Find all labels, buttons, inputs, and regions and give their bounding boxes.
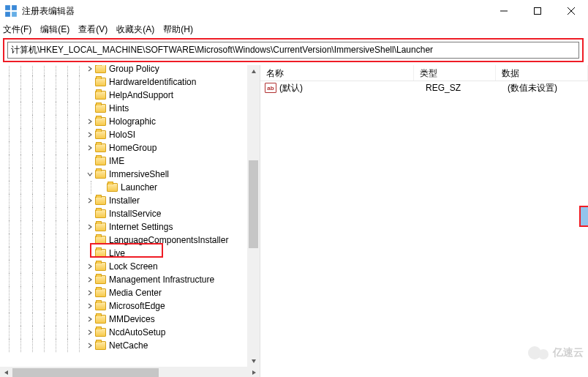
chevron-right-icon[interactable]: [85, 277, 95, 283]
tree-node[interactable]: NetCache: [3, 339, 260, 352]
tree-node-label: HelpAndSupport: [109, 90, 173, 100]
tree-node-label: Management Infrastructure: [109, 275, 214, 285]
tree-node[interactable]: MicrosoftEdge: [3, 299, 260, 313]
tree-node-label: NcdAutoSetup: [109, 327, 165, 337]
chevron-right-icon[interactable]: [85, 119, 95, 124]
tree-scrollbar-horizontal[interactable]: [0, 367, 260, 377]
tree-node[interactable]: Lock Screen: [3, 260, 260, 273]
tree-node[interactable]: Installer: [3, 194, 260, 207]
folder-icon: [95, 236, 106, 245]
tree-pane: Group PolicyHardwareIdentificationHelpAn…: [0, 65, 260, 377]
tree-node[interactable]: HardwareIdentification: [3, 75, 260, 89]
folder-icon: [95, 341, 106, 350]
value-data: (数值未设置): [508, 82, 588, 94]
value-name: (默认): [279, 82, 426, 94]
col-name[interactable]: 名称: [260, 65, 414, 81]
tree-node[interactable]: InstallService: [3, 207, 260, 220]
tree-node[interactable]: ImmersiveShell: [3, 168, 260, 181]
folder-icon: [95, 157, 106, 165]
menu-view[interactable]: 查看(V): [78, 23, 108, 36]
svg-rect-3: [12, 12, 17, 17]
tree-node[interactable]: Holographic: [3, 115, 260, 128]
tree-node[interactable]: Media Center: [3, 286, 260, 299]
folder-icon: [95, 143, 106, 152]
tree-node-label: Installer: [109, 195, 140, 206]
value-row[interactable]: ab (默认) REG_SZ (数值未设置): [260, 81, 588, 94]
context-new[interactable]: 新建(N): [581, 207, 588, 225]
minimize-button[interactable]: [487, 0, 521, 22]
folder-icon: [95, 170, 106, 179]
chevron-right-icon[interactable]: [85, 303, 95, 309]
folder-icon: [95, 91, 106, 100]
tree-node-label: Holographic: [109, 116, 156, 127]
chevron-right-icon[interactable]: [85, 132, 95, 138]
svg-rect-0: [5, 5, 10, 10]
address-bar[interactable]: 计算机\HKEY_LOCAL_MACHINE\SOFTWARE\Microsof…: [7, 42, 579, 59]
chevron-down-icon[interactable]: [85, 171, 95, 177]
hscroll-thumb[interactable]: [12, 368, 159, 377]
tree-node[interactable]: Hints: [3, 102, 260, 115]
chevron-right-icon[interactable]: [85, 145, 95, 151]
chevron-right-icon[interactable]: [85, 224, 95, 230]
scroll-left-icon[interactable]: [0, 367, 12, 377]
tree-node[interactable]: Management Infrastructure: [3, 273, 260, 286]
tree-node-label: HoloSI: [109, 130, 135, 140]
folder-icon: [95, 104, 106, 113]
folder-icon: [95, 196, 106, 205]
tree-node[interactable]: Launcher: [3, 181, 260, 194]
tree-node[interactable]: MMDevices: [3, 313, 260, 326]
folder-icon: [95, 288, 106, 297]
scroll-up-icon[interactable]: [247, 65, 260, 78]
titlebar: 注册表编辑器: [0, 0, 588, 22]
scroll-down-icon[interactable]: [247, 354, 260, 367]
tree-node-label: Group Policy: [109, 65, 159, 74]
folder-icon: [95, 262, 106, 271]
menu-edit[interactable]: 编辑(E): [40, 23, 69, 36]
chevron-right-icon[interactable]: [85, 343, 95, 348]
panes: Group PolicyHardwareIdentificationHelpAn…: [0, 65, 588, 377]
svg-marker-8: [252, 70, 256, 73]
scroll-thumb[interactable]: [249, 160, 258, 248]
tree-node[interactable]: HomeGroup: [3, 141, 260, 154]
tree-node-label: IME: [109, 156, 124, 166]
tree-node[interactable]: HelpAndSupport: [3, 89, 260, 102]
col-data[interactable]: 数据: [496, 65, 588, 81]
menu-help[interactable]: 帮助(H): [163, 23, 193, 36]
chevron-right-icon[interactable]: [85, 264, 95, 269]
close-button[interactable]: [554, 0, 588, 22]
tree-node[interactable]: Internet Settings: [3, 220, 260, 234]
col-type[interactable]: 类型: [414, 65, 496, 81]
registry-tree[interactable]: Group PolicyHardwareIdentificationHelpAn…: [0, 65, 260, 352]
chevron-right-icon[interactable]: [85, 329, 95, 335]
tree-node-label: ImmersiveShell: [109, 169, 169, 179]
tree-node[interactable]: Live: [3, 247, 260, 260]
svg-marker-9: [252, 359, 256, 363]
folder-icon: [95, 302, 106, 310]
svg-marker-10: [4, 370, 8, 375]
maximize-button[interactable]: [521, 0, 554, 22]
tree-node[interactable]: HoloSI: [3, 128, 260, 141]
menu-favorites[interactable]: 收藏夹(A): [116, 23, 154, 36]
chevron-right-icon[interactable]: [85, 316, 95, 322]
svg-rect-5: [535, 8, 541, 15]
chevron-right-icon[interactable]: [85, 290, 95, 296]
context-new-highlight: 新建(N) ▸: [579, 206, 588, 227]
chevron-right-icon[interactable]: [85, 198, 95, 204]
scroll-right-icon[interactable]: [247, 367, 260, 377]
value-type: REG_SZ: [426, 83, 508, 93]
string-value-icon: ab: [265, 83, 276, 93]
window-controls: [487, 0, 588, 22]
tree-node-label: MicrosoftEdge: [109, 301, 165, 311]
tree-node[interactable]: LanguageComponentsInstaller: [3, 234, 260, 247]
tree-scrollbar-vertical[interactable]: [247, 65, 260, 367]
tree-node-label: InstallService: [109, 209, 161, 219]
tree-node[interactable]: Group Policy: [3, 65, 260, 75]
tree-node[interactable]: NcdAutoSetup: [3, 326, 260, 339]
chevron-right-icon[interactable]: [85, 66, 95, 72]
menu-file[interactable]: 文件(F): [3, 23, 31, 36]
tree-node[interactable]: IME: [3, 154, 260, 168]
cloud-icon: [528, 346, 550, 359]
folder-icon: [95, 275, 106, 284]
watermark-text: 亿速云: [553, 346, 584, 359]
folder-icon: [95, 249, 106, 258]
